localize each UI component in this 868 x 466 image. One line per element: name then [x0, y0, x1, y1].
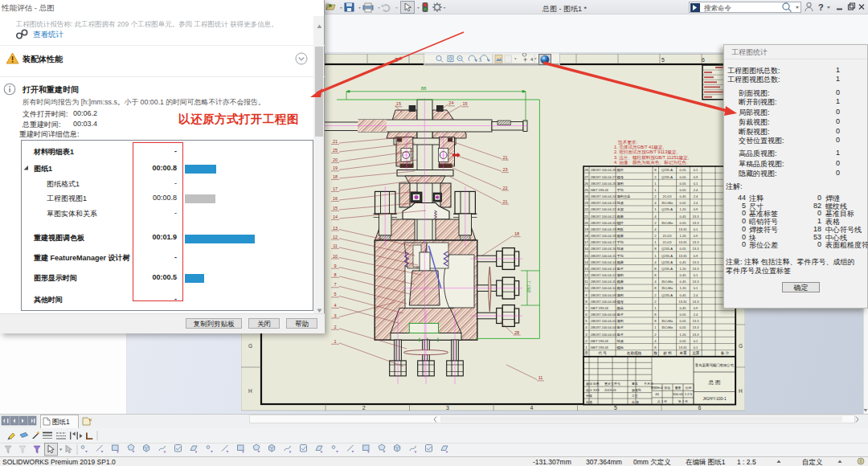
svg-text:13.3: 13.3 [693, 325, 700, 329]
svg-text:0.1: 0.1 [694, 345, 698, 350]
svg-text:垫片: 垫片 [617, 333, 624, 337]
svg-text:11: 11 [333, 243, 338, 248]
svg-text:12: 12 [333, 235, 338, 239]
svg-text:轴承: 轴承 [617, 201, 624, 205]
svg-text:35CrMo: 35CrMo [661, 280, 674, 284]
svg-text:J38JX7-100.04-04: J38JX7-100.04-04 [591, 325, 617, 329]
svg-text:0.1: 0.1 [694, 227, 698, 231]
svg-text:6: 6 [698, 405, 702, 411]
svg-text:Ø57.1: Ø57.1 [526, 281, 531, 293]
svg-text:H: H [248, 388, 252, 394]
svg-text:GB/T 193-03: GB/T 193-03 [591, 188, 608, 192]
svg-text:2Cr13: 2Cr13 [663, 194, 673, 198]
svg-text:手轮: 手轮 [617, 188, 624, 192]
svg-text:0.05: 0.05 [680, 168, 687, 172]
svg-text:J38JX7-100.04-23: J38JX7-100.04-23 [591, 201, 616, 205]
svg-text:2Cr13: 2Cr13 [663, 240, 673, 244]
svg-text:1.20: 1.20 [680, 267, 687, 271]
svg-text:0.05: 0.05 [680, 319, 687, 323]
svg-text:0.05: 0.05 [680, 247, 687, 251]
svg-text:H: H [739, 388, 743, 394]
svg-text:88: 88 [421, 86, 427, 91]
svg-text:代 号: 代 号 [598, 351, 607, 355]
svg-text:填料压盖: 填料压盖 [616, 194, 632, 198]
svg-text:0.05: 0.05 [680, 313, 687, 317]
svg-text:13.3: 13.3 [693, 247, 700, 251]
svg-text:300.00: 300.00 [673, 392, 683, 396]
svg-text:J38JX7-100.04-22: J38JX7-100.04-22 [591, 207, 616, 211]
svg-text:名称规格: 名称规格 [627, 350, 642, 356]
svg-text:15: 15 [584, 254, 588, 258]
svg-text:批准: 批准 [586, 400, 592, 404]
svg-text:8: 8 [334, 272, 336, 277]
svg-text:序: 序 [584, 351, 588, 355]
svg-text:Q235-A: Q235-A [661, 260, 673, 264]
svg-text:垫片: 垫片 [617, 313, 624, 317]
svg-text:13.31: 13.31 [678, 345, 687, 350]
svg-text:J38JX7-100.04-08: J38JX7-100.04-08 [591, 300, 616, 304]
svg-text:螺栓: 螺栓 [617, 345, 624, 350]
svg-text:J38JX7-100.04-11: J38JX7-100.04-11 [591, 280, 616, 284]
svg-text:垫片: 垫片 [617, 267, 624, 271]
svg-text:轴承: 轴承 [617, 247, 624, 251]
svg-text:填料: 填料 [616, 293, 624, 297]
svg-text:J38JX7-100.04-26: J38JX7-100.04-26 [591, 182, 616, 186]
svg-text:G: G [739, 343, 743, 349]
svg-text:重量: 重量 [675, 386, 682, 390]
svg-text:J38JX7-100.04-19: J38JX7-100.04-19 [591, 227, 616, 231]
svg-text:0.9: 0.9 [694, 306, 698, 310]
svg-text:2.4: 2.4 [694, 188, 698, 192]
svg-text:0.05: 0.05 [680, 339, 687, 343]
svg-text:0.45: 0.45 [680, 260, 687, 264]
svg-text:单重: 单重 [678, 350, 687, 355]
svg-text:3: 3 [334, 313, 336, 318]
svg-text:35CrMo: 35CrMo [661, 221, 674, 225]
svg-text:24: 24 [448, 100, 453, 105]
svg-text:J38JX7-100.04-03: J38JX7-100.04-03 [591, 333, 616, 337]
svg-text:10: 10 [584, 286, 588, 290]
svg-text:18: 18 [584, 234, 588, 238]
svg-text:22: 22 [584, 207, 588, 211]
svg-text:J38JX7-100.04-14: J38JX7-100.04-14 [591, 260, 617, 264]
svg-text:2.4: 2.4 [694, 194, 698, 198]
svg-text:0.1: 0.1 [694, 339, 698, 343]
svg-text:24: 24 [584, 194, 588, 198]
svg-text:J38JX7-100.04-15: J38JX7-100.04-15 [591, 254, 616, 258]
svg-text:J38JX7-100.04-17: J38JX7-100.04-17 [591, 240, 616, 244]
svg-text:2: 2 [334, 325, 336, 329]
svg-text:螺母: 螺母 [617, 300, 624, 304]
svg-text:0.1: 0.1 [694, 273, 698, 277]
svg-text:25: 25 [584, 188, 588, 192]
svg-text:垫片: 垫片 [617, 325, 624, 329]
svg-text:13.3: 13.3 [693, 280, 700, 284]
svg-text:11: 11 [538, 375, 543, 380]
svg-text:总 图: 总 图 [708, 379, 721, 385]
svg-text:6: 6 [702, 57, 705, 63]
svg-text:总重: 总重 [692, 350, 700, 355]
svg-text:J38JX7-100.04-12: J38JX7-100.04-12 [591, 273, 616, 277]
svg-text:填料: 填料 [616, 182, 624, 186]
svg-text:轴承: 轴承 [617, 339, 624, 343]
svg-text:共 1 张: 共 1 张 [657, 399, 667, 403]
svg-text:XXX: XXX [593, 388, 600, 392]
svg-text:0.45: 0.45 [680, 273, 687, 277]
svg-text:处数: 处数 [593, 382, 600, 386]
svg-text:0.9: 0.9 [694, 207, 698, 211]
svg-text:1.20: 1.20 [680, 286, 687, 290]
svg-text:图样标记: 图样标记 [651, 386, 663, 390]
svg-text:0.05: 0.05 [680, 175, 687, 179]
svg-text:Q235-A: Q235-A [661, 267, 673, 271]
svg-text:2: 2 [362, 405, 366, 411]
svg-text:J38JX7-100.04-05: J38JX7-100.04-05 [591, 319, 616, 323]
svg-text:13.3: 13.3 [693, 260, 700, 264]
svg-text:26: 26 [584, 182, 588, 186]
svg-text:审核: 审核 [586, 394, 592, 398]
svg-text:0.05: 0.05 [680, 188, 687, 192]
svg-text:13.31: 13.31 [678, 227, 687, 231]
svg-text:13.3: 13.3 [693, 215, 700, 219]
svg-text:13.3: 13.3 [693, 267, 700, 271]
svg-text:12: 12 [584, 273, 588, 277]
svg-text:2.4: 2.4 [694, 201, 698, 205]
svg-text:15: 15 [333, 206, 338, 211]
svg-text:19: 19 [333, 166, 338, 170]
